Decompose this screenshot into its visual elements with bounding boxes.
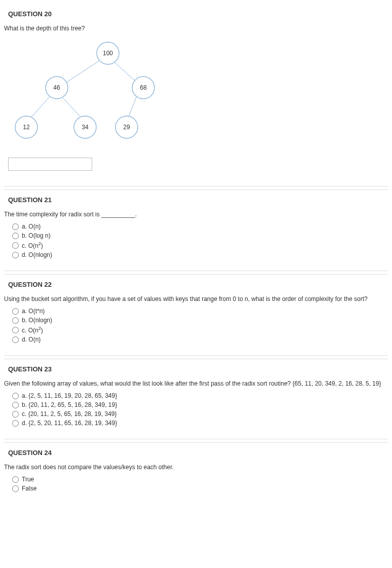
divider [4, 186, 388, 186]
question-title: QUESTION 20 [4, 10, 388, 18]
question-title: QUESTION 22 [4, 281, 388, 288]
radio-c[interactable] [12, 327, 19, 333]
option-label: False [22, 485, 36, 492]
tree-node-68: 68 [140, 84, 147, 91]
question-title: QUESTION 23 [4, 365, 388, 373]
question-prompt: The radix sort does not compare the valu… [4, 464, 388, 471]
question-23: QUESTION 23 Given the following array of… [4, 359, 388, 439]
option-list: a. {2, 5, 11, 16, 19, 20, 28, 65, 349} b… [4, 392, 388, 427]
option-list: a. O(n) b. O(log n) c. O(n2) d. O(nlogn) [4, 223, 388, 258]
option-a[interactable]: a. {2, 5, 11, 16, 19, 20, 28, 65, 349} [12, 392, 388, 399]
option-label: a. O(t*n) [22, 308, 45, 315]
radio-b[interactable] [12, 233, 19, 239]
question-24: QUESTION 24 The radix sort does not comp… [4, 443, 388, 504]
tree-node-100: 100 [103, 50, 113, 57]
option-label: c. {20, 11, 2, 5, 65, 16, 28, 19, 349} [22, 410, 116, 418]
divider [4, 271, 388, 271]
radio-c[interactable] [12, 411, 19, 418]
question-prompt: Using the bucket sort algorithm, if you … [4, 295, 388, 302]
radio-b[interactable] [12, 317, 19, 324]
option-d[interactable]: d. O(n) [12, 336, 388, 343]
question-22: QUESTION 22 Using the bucket sort algori… [4, 275, 388, 355]
question-20: QUESTION 20 What is the depth of this tr… [4, 4, 388, 186]
tree-node-29: 29 [123, 124, 130, 131]
question-21: QUESTION 21 The time complexity for radi… [4, 190, 388, 271]
radio-a[interactable] [12, 223, 19, 230]
option-c[interactable]: c. O(n2) [12, 241, 388, 249]
option-c[interactable]: c. {20, 11, 2, 5, 65, 16, 28, 19, 349} [12, 410, 388, 418]
option-b[interactable]: b. O(nlogn) [12, 317, 388, 324]
option-a[interactable]: a. O(t*n) [12, 308, 388, 315]
radio-c[interactable] [12, 242, 19, 249]
option-a[interactable]: a. O(n) [12, 223, 388, 230]
option-label: b. O(nlogn) [22, 317, 52, 324]
option-d[interactable]: d. {2, 5, 20, 11, 65, 16, 28, 19, 349} [12, 420, 388, 427]
option-c[interactable]: c. O(n2) [12, 326, 388, 334]
svg-line-2 [28, 94, 52, 121]
option-list: a. O(t*n) b. O(nlogn) c. O(n2) d. O(n) [4, 308, 388, 343]
option-label: d. O(n) [22, 336, 41, 343]
answer-input[interactable] [8, 158, 92, 171]
divider [4, 439, 388, 439]
question-prompt: The time complexity for radix sort is __… [4, 211, 388, 218]
radio-a[interactable] [12, 308, 19, 315]
option-label: b. O(log n) [22, 232, 51, 239]
option-label: c. O(n2) [22, 326, 43, 334]
radio-false[interactable] [12, 485, 19, 492]
question-prompt: Given the following array of values, wha… [4, 380, 388, 387]
radio-b[interactable] [12, 402, 19, 408]
option-label: a. {2, 5, 11, 16, 19, 20, 28, 65, 349} [22, 392, 117, 399]
option-label: d. O(nlogn) [22, 251, 52, 258]
option-label: c. O(n2) [22, 241, 43, 249]
option-label: b. {20, 11, 2, 65, 5, 16, 28, 349, 19} [22, 401, 117, 408]
tree-svg: 100 46 68 12 34 29 [4, 37, 166, 143]
question-prompt: What is the depth of this tree? [4, 25, 388, 32]
svg-line-0 [62, 58, 103, 85]
option-b[interactable]: b. O(log n) [12, 232, 388, 239]
option-false[interactable]: False [12, 485, 388, 492]
question-title: QUESTION 24 [4, 449, 388, 457]
tree-node-34: 34 [82, 124, 89, 131]
radio-d[interactable] [12, 336, 19, 343]
option-label: d. {2, 5, 20, 11, 65, 16, 28, 19, 349} [22, 420, 117, 427]
tree-diagram: 100 46 68 12 34 29 [4, 37, 166, 143]
divider [4, 355, 388, 356]
option-b[interactable]: b. {20, 11, 2, 65, 5, 16, 28, 349, 19} [12, 401, 388, 408]
radio-true[interactable] [12, 476, 19, 483]
option-label: True [22, 476, 34, 483]
question-title: QUESTION 21 [4, 196, 388, 204]
option-label: a. O(n) [22, 223, 41, 230]
option-d[interactable]: d. O(nlogn) [12, 251, 388, 258]
radio-a[interactable] [12, 393, 19, 399]
option-true[interactable]: True [12, 476, 388, 483]
radio-d[interactable] [12, 252, 19, 258]
option-list: True False [4, 476, 388, 492]
tree-node-46: 46 [53, 84, 60, 91]
tree-node-12: 12 [23, 124, 30, 131]
radio-d[interactable] [12, 420, 19, 427]
